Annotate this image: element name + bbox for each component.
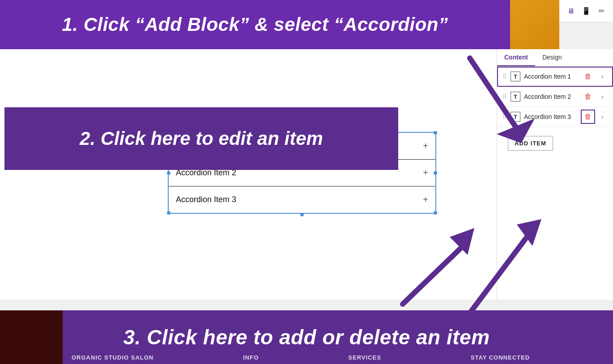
top-toolbar: 🖥 📱 ✏ xyxy=(559,0,613,22)
footer-nav: Organic Studio Salon INFO SERVICES STAY … xyxy=(0,351,613,364)
desktop-icon[interactable]: 🖥 xyxy=(566,6,576,16)
pen-icon[interactable]: ✏ xyxy=(596,6,606,16)
footer-nav-salon: Organic Studio Salon xyxy=(72,354,153,361)
panel-item-2[interactable]: ⠿ T Accordion Item 2 🗑 › xyxy=(497,87,613,107)
accordion-item-3-label: Accordion Item 3 xyxy=(176,195,236,204)
tablet-icon[interactable]: 📱 xyxy=(581,6,591,16)
accordion-item-3[interactable]: Accordion Item 3 + xyxy=(169,186,435,213)
tab-design[interactable]: Design xyxy=(535,49,569,66)
add-item-button[interactable]: ADD ITEM xyxy=(508,136,553,151)
drag-handle-3[interactable]: ⠿ xyxy=(502,113,507,120)
panel-tabs: Content Design xyxy=(497,49,613,67)
tab-content[interactable]: Content xyxy=(497,49,535,66)
delete-item-1-button[interactable]: 🗑 xyxy=(583,71,593,82)
delete-item-3-button[interactable]: 🗑 xyxy=(583,111,593,122)
panel-item-2-label: Accordion Item 2 xyxy=(524,93,579,100)
step3-text: 3. Click here to add or delete an item xyxy=(123,325,490,349)
item-type-icon-2: T xyxy=(511,92,520,102)
chevron-item-1-button[interactable]: › xyxy=(597,71,608,82)
delete-item-2-button[interactable]: 🗑 xyxy=(583,91,593,102)
panel-item-3-label: Accordion Item 3 xyxy=(524,113,579,120)
panel-item-1-label: Accordion Item 1 xyxy=(524,73,579,80)
chevron-item-2-button[interactable]: › xyxy=(597,91,608,102)
add-item-container: ADD ITEM xyxy=(497,127,613,160)
right-panel: Content Design ⠿ T Accordion Item 1 🗑 › … xyxy=(497,49,613,300)
footer-nav-connected[interactable]: STAY CONNECTED xyxy=(471,354,530,361)
drag-handle-2[interactable]: ⠿ xyxy=(502,93,507,100)
panel-item-3[interactable]: ⠿ T Accordion Item 3 🗑 › xyxy=(497,107,613,127)
item-type-icon-3: T xyxy=(511,112,520,122)
footer-nav-info[interactable]: INFO xyxy=(243,354,259,361)
panel-item-1[interactable]: ⠿ T Accordion Item 1 🗑 › xyxy=(497,67,613,87)
step1-banner: 1. Click “Add Block” & select “Accordion… xyxy=(0,0,510,49)
chevron-item-3-button[interactable]: › xyxy=(597,111,608,122)
step1-text: 1. Click “Add Block” & select “Accordion… xyxy=(62,14,448,35)
drag-handle-1[interactable]: ⠿ xyxy=(502,73,507,80)
accordion-item-2-toggle[interactable]: + xyxy=(423,168,428,178)
step2-text: 2. Click here to edit an item xyxy=(80,128,323,149)
step2-banner[interactable]: 2. Click here to edit an item xyxy=(4,107,398,170)
accordion-item-1-toggle[interactable]: + xyxy=(423,141,428,151)
accordion-item-3-toggle[interactable]: + xyxy=(423,195,428,205)
footer-nav-services[interactable]: SERVICES xyxy=(348,354,381,361)
item-type-icon-1: T xyxy=(511,72,520,81)
